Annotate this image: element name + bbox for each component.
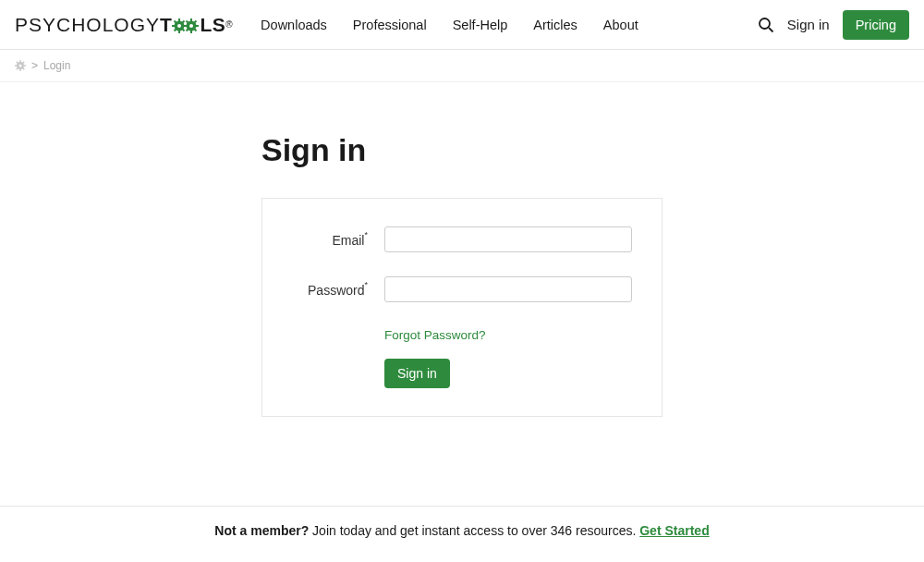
svg-line-20 — [769, 28, 773, 32]
password-row: Password* — [292, 276, 632, 302]
breadcrumb: > Login — [0, 50, 924, 82]
logo-text-ls: LS — [200, 14, 225, 36]
header-right: Sign in Pricing — [758, 10, 909, 40]
svg-line-29 — [17, 68, 18, 69]
svg-line-28 — [23, 62, 24, 63]
page-title: Sign in — [261, 132, 663, 168]
nav-professional[interactable]: Professional — [353, 18, 427, 32]
required-mark: * — [364, 230, 368, 239]
footer-text: Join today and get instant access to ove… — [309, 523, 639, 538]
logo-text-t: T — [160, 14, 172, 36]
svg-line-26 — [17, 62, 18, 63]
svg-line-10 — [183, 20, 185, 22]
breadcrumb-separator: > — [31, 59, 38, 72]
svg-line-8 — [175, 20, 176, 22]
forgot-password-link[interactable]: Forgot Password? — [384, 328, 486, 342]
svg-line-18 — [187, 29, 188, 31]
registered-mark: ® — [225, 19, 233, 30]
header: PSYCHOLOGY T — [0, 0, 924, 50]
password-field[interactable] — [384, 276, 632, 302]
get-started-link[interactable]: Get Started — [639, 523, 709, 538]
email-label: Email* — [292, 232, 384, 248]
svg-point-19 — [760, 18, 770, 29]
password-label: Password* — [292, 282, 384, 298]
main-content: Sign in Email* Password* Forgot Password… — [0, 82, 924, 507]
email-label-text: Email — [332, 232, 364, 247]
password-label-text: Password — [308, 282, 364, 297]
svg-line-27 — [23, 68, 24, 69]
brand-logo[interactable]: PSYCHOLOGY T — [15, 14, 233, 36]
required-mark: * — [364, 280, 368, 289]
main-nav: Downloads Professional Self-Help Article… — [261, 18, 638, 32]
svg-point-30 — [19, 65, 22, 67]
nav-about[interactable]: About — [603, 18, 638, 32]
pricing-button[interactable]: Pricing — [843, 10, 909, 40]
footer-lead: Not a member? — [214, 523, 309, 538]
svg-point-3 — [189, 24, 193, 28]
svg-line-16 — [195, 29, 197, 31]
signin-form: Email* Password* Forgot Password? Sign i… — [261, 198, 663, 417]
footer: Not a member? Join today and get instant… — [0, 507, 924, 562]
svg-line-9 — [183, 29, 185, 31]
search-icon[interactable] — [758, 17, 774, 33]
gear-icon — [172, 18, 200, 33]
svg-line-15 — [187, 20, 188, 22]
nav-self-help[interactable]: Self-Help — [453, 18, 508, 32]
svg-point-2 — [177, 24, 181, 28]
svg-line-17 — [195, 20, 197, 22]
nav-downloads[interactable]: Downloads — [261, 18, 327, 32]
email-field[interactable] — [384, 226, 632, 252]
logo-text-psychology: PSYCHOLOGY — [15, 14, 160, 36]
nav-articles[interactable]: Articles — [533, 18, 578, 32]
email-row: Email* — [292, 226, 632, 252]
form-actions: Forgot Password? Sign in — [384, 326, 632, 388]
header-signin-link[interactable]: Sign in — [787, 17, 830, 32]
signin-button[interactable]: Sign in — [384, 359, 450, 388]
home-icon[interactable] — [15, 60, 26, 71]
breadcrumb-current: Login — [43, 59, 70, 72]
svg-line-11 — [175, 29, 176, 31]
